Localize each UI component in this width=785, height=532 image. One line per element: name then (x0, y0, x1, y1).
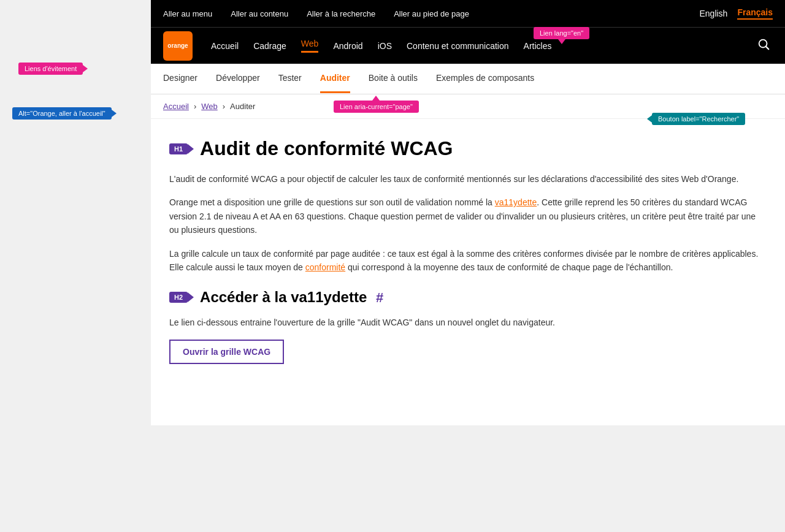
liens-evitement-arrow (83, 65, 88, 72)
va11ydette-link-1[interactable]: va11ydette (495, 197, 537, 207)
h2-badge-wrapper: H2 Accéder à la va11ydette # (169, 289, 767, 306)
h2-badge: H2 (169, 292, 188, 303)
h1-section: H1 Audit de conformité WCAG (169, 137, 767, 160)
lang-arrow (558, 39, 565, 44)
paragraph-4: Le lien ci-dessous entraine l'ouverture … (169, 316, 767, 329)
paragraph-2: Orange met a disposition une grille de q… (169, 196, 767, 237)
liens-evitement-annotation: Liens d'évitement (18, 63, 88, 75)
alt-label: Alt="Orange, aller à l'accueil" (12, 107, 112, 120)
liens-evitement-label: Liens d'évitement (18, 63, 83, 75)
alt-arrow (112, 110, 117, 117)
breadcrumb-accueil[interactable]: Accueil (163, 102, 189, 111)
lang-label: Lien lang="en" (534, 27, 589, 39)
skip-nav-content[interactable]: Aller au contenu (231, 9, 288, 18)
page-title: Audit de conformité WCAG (200, 137, 453, 160)
breadcrumb-sep-2: › (223, 102, 225, 111)
breadcrumb-sep-1: › (194, 102, 196, 111)
skip-nav-links-left: Aller au menu Aller au contenu Aller à l… (163, 9, 469, 18)
subnav-designer[interactable]: Designer (163, 64, 197, 93)
nav-cadrage[interactable]: Cadrage (253, 41, 286, 51)
nav-android[interactable]: Android (333, 41, 362, 51)
h2-section: H2 Accéder à la va11ydette # (169, 289, 767, 306)
h2-anchor-link[interactable]: # (376, 290, 383, 305)
lang-annotation: Lien lang="en" (534, 27, 589, 44)
p2-before: Orange met a disposition une grille de q… (169, 197, 495, 207)
paragraph-1: L'audit de conformité WCAG a pour object… (169, 172, 767, 186)
search-label: Bouton label="Rechercher" (652, 113, 745, 125)
nav-web[interactable]: Web (301, 39, 319, 53)
brand-nav: orange Accueil Cadrage Web Android iOS C… (151, 27, 785, 64)
search-button[interactable] (754, 35, 773, 56)
subnav-auditer[interactable]: Auditer (320, 64, 350, 93)
p3-after: qui correspond à la moyenne des taux de … (345, 262, 673, 272)
subnav-exemples[interactable]: Exemples de composants (436, 64, 534, 93)
h1-badge-wrapper: H1 Audit de conformité WCAG (169, 137, 767, 160)
aria-current-label: Lien aria-current="page" (334, 101, 419, 113)
aria-current-annotation: Lien aria-current="page" (334, 96, 419, 113)
h2-badge-arrow (188, 292, 194, 302)
paragraph-3: La grille calcule un taux de conformité … (169, 247, 767, 275)
h1-badge-arrow (188, 144, 194, 154)
skip-nav-search[interactable]: Aller à la recherche (307, 9, 375, 18)
conformite-link[interactable]: conformité (305, 262, 345, 272)
lang-english-link[interactable]: English (699, 9, 727, 18)
svg-line-1 (766, 47, 768, 49)
breadcrumb-web[interactable]: Web (201, 102, 218, 111)
nav-accueil[interactable]: Accueil (211, 41, 239, 51)
subnav-boite[interactable]: Boite à outils (369, 64, 418, 93)
skip-nav-lang: English Français (699, 7, 773, 20)
skip-nav-footer[interactable]: Aller au pied de page (394, 9, 469, 18)
skip-nav-menu[interactable]: Aller au menu (163, 9, 212, 18)
subnav-developer[interactable]: Développer (216, 64, 260, 93)
h2-text: Accéder à la va11ydette (200, 289, 367, 305)
page-wrapper: Liens d'évitement Alt="Orange, aller à l… (0, 0, 785, 532)
skip-nav-bar: Aller au menu Aller au contenu Aller à l… (151, 0, 785, 27)
h1-badge: H1 (169, 143, 188, 154)
search-annotation: Bouton label="Rechercher" (647, 113, 745, 125)
orange-logo[interactable]: orange (163, 31, 193, 61)
breadcrumb-current: Auditer (230, 102, 255, 111)
aria-arrow-up (372, 96, 380, 101)
subnav-tester[interactable]: Tester (278, 64, 302, 93)
brand-nav-links: Accueil Cadrage Web Android iOS Contenu … (211, 39, 754, 53)
search-arrow (647, 115, 652, 123)
sub-nav: Designer Développer Tester Auditer Boite… (151, 64, 785, 94)
nav-contenu[interactable]: Contenu et communication (407, 41, 509, 51)
site-content: Aller au menu Aller au contenu Aller à l… (151, 0, 785, 425)
section-title: Accéder à la va11ydette # (200, 289, 383, 306)
orange-logo-text: orange (167, 42, 188, 49)
main-content: H1 Audit de conformité WCAG L'audit de c… (151, 119, 785, 425)
alt-annotation: Alt="Orange, aller à l'accueil" (12, 107, 117, 120)
open-grid-button[interactable]: Ouvrir la grille WCAG (169, 340, 284, 364)
nav-ios[interactable]: iOS (378, 41, 392, 51)
lang-french-link[interactable]: Français (737, 7, 773, 20)
